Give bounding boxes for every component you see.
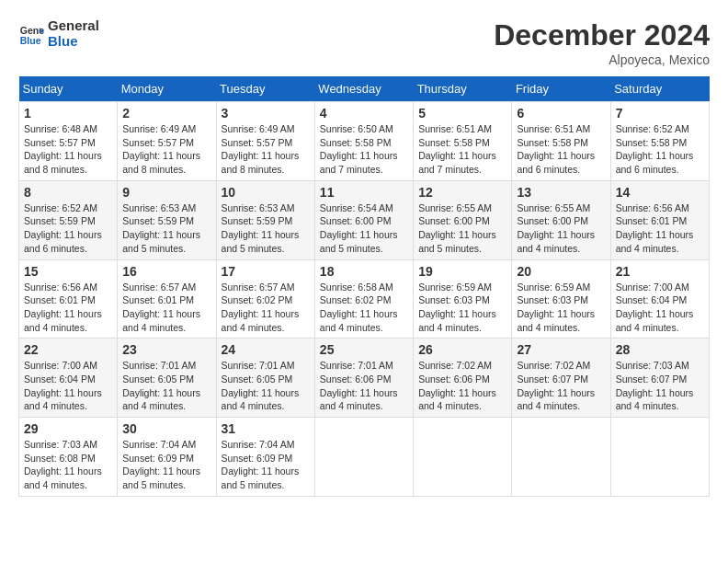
calendar-cell: 4 Sunrise: 6:50 AM Sunset: 5:58 PM Dayli… bbox=[314, 102, 413, 181]
day-number: 15 bbox=[24, 264, 112, 279]
logo: General Blue General Blue bbox=[18, 18, 99, 49]
day-number: 16 bbox=[122, 264, 210, 279]
calendar-cell bbox=[314, 418, 413, 497]
logo-blue: Blue bbox=[48, 33, 78, 49]
day-info: Sunrise: 6:57 AM Sunset: 6:01 PM Dayligh… bbox=[122, 281, 210, 335]
day-number: 11 bbox=[320, 185, 408, 200]
page-header: General Blue General Blue December 2024 … bbox=[18, 18, 710, 67]
calendar-cell: 11 Sunrise: 6:54 AM Sunset: 6:00 PM Dayl… bbox=[314, 180, 413, 259]
day-number: 3 bbox=[222, 106, 310, 121]
location: Alpoyeca, Mexico bbox=[494, 52, 710, 67]
calendar-cell: 22 Sunrise: 7:00 AM Sunset: 6:04 PM Dayl… bbox=[19, 339, 118, 418]
day-number: 18 bbox=[320, 264, 408, 279]
calendar-table: SundayMondayTuesdayWednesdayThursdayFrid… bbox=[18, 76, 710, 497]
calendar-cell: 20 Sunrise: 6:59 AM Sunset: 6:03 PM Dayl… bbox=[512, 259, 610, 339]
day-info: Sunrise: 7:00 AM Sunset: 6:04 PM Dayligh… bbox=[24, 359, 112, 413]
calendar-cell: 29 Sunrise: 7:03 AM Sunset: 6:08 PM Dayl… bbox=[19, 418, 118, 497]
calendar-cell: 31 Sunrise: 7:04 AM Sunset: 6:09 PM Dayl… bbox=[216, 418, 314, 497]
calendar-cell: 28 Sunrise: 7:03 AM Sunset: 6:07 PM Dayl… bbox=[610, 339, 709, 418]
calendar-cell: 10 Sunrise: 6:53 AM Sunset: 5:59 PM Dayl… bbox=[216, 180, 314, 259]
day-number: 2 bbox=[122, 106, 210, 121]
calendar-cell: 24 Sunrise: 7:01 AM Sunset: 6:05 PM Dayl… bbox=[216, 339, 314, 418]
day-info: Sunrise: 6:52 AM Sunset: 5:59 PM Dayligh… bbox=[24, 201, 112, 256]
calendar-cell: 16 Sunrise: 6:57 AM Sunset: 6:01 PM Dayl… bbox=[118, 259, 216, 339]
day-info: Sunrise: 6:53 AM Sunset: 5:59 PM Dayligh… bbox=[122, 201, 210, 256]
day-info: Sunrise: 7:02 AM Sunset: 6:07 PM Dayligh… bbox=[517, 359, 605, 413]
day-number: 30 bbox=[122, 421, 210, 436]
title-block: December 2024 Alpoyeca, Mexico bbox=[494, 18, 710, 67]
day-header-monday: Monday bbox=[118, 76, 216, 102]
calendar-header-row: SundayMondayTuesdayWednesdayThursdayFrid… bbox=[19, 76, 710, 102]
logo-icon: General Blue bbox=[18, 21, 44, 47]
day-number: 24 bbox=[222, 342, 310, 357]
day-number: 17 bbox=[222, 264, 310, 279]
calendar-cell: 8 Sunrise: 6:52 AM Sunset: 5:59 PM Dayli… bbox=[19, 180, 118, 259]
calendar-cell: 27 Sunrise: 7:02 AM Sunset: 6:07 PM Dayl… bbox=[512, 339, 610, 418]
calendar-cell bbox=[414, 418, 512, 497]
day-number: 20 bbox=[517, 264, 605, 279]
calendar-cell: 21 Sunrise: 7:00 AM Sunset: 6:04 PM Dayl… bbox=[610, 259, 709, 339]
calendar-cell: 30 Sunrise: 7:04 AM Sunset: 6:09 PM Dayl… bbox=[118, 418, 216, 497]
calendar-cell: 14 Sunrise: 6:56 AM Sunset: 6:01 PM Dayl… bbox=[610, 180, 709, 259]
day-info: Sunrise: 6:51 AM Sunset: 5:58 PM Dayligh… bbox=[418, 122, 506, 177]
day-number: 25 bbox=[320, 342, 408, 357]
day-info: Sunrise: 7:01 AM Sunset: 6:05 PM Dayligh… bbox=[222, 359, 310, 413]
day-info: Sunrise: 7:03 AM Sunset: 6:08 PM Dayligh… bbox=[24, 438, 112, 492]
day-number: 8 bbox=[24, 185, 112, 200]
day-info: Sunrise: 7:01 AM Sunset: 6:05 PM Dayligh… bbox=[122, 359, 210, 413]
calendar-cell: 26 Sunrise: 7:02 AM Sunset: 6:06 PM Dayl… bbox=[414, 339, 512, 418]
day-number: 7 bbox=[616, 106, 704, 121]
day-number: 4 bbox=[320, 106, 408, 121]
day-header-sunday: Sunday bbox=[19, 76, 118, 102]
svg-text:Blue: Blue bbox=[20, 34, 41, 45]
calendar-cell: 19 Sunrise: 6:59 AM Sunset: 6:03 PM Dayl… bbox=[414, 259, 512, 339]
day-info: Sunrise: 6:57 AM Sunset: 6:02 PM Dayligh… bbox=[222, 281, 310, 335]
day-info: Sunrise: 6:51 AM Sunset: 5:58 PM Dayligh… bbox=[517, 122, 605, 177]
day-number: 5 bbox=[418, 106, 506, 121]
month-title: December 2024 bbox=[494, 18, 710, 52]
day-info: Sunrise: 7:01 AM Sunset: 6:06 PM Dayligh… bbox=[320, 359, 408, 413]
calendar-cell: 5 Sunrise: 6:51 AM Sunset: 5:58 PM Dayli… bbox=[414, 102, 512, 181]
day-info: Sunrise: 7:04 AM Sunset: 6:09 PM Dayligh… bbox=[222, 438, 310, 492]
day-number: 1 bbox=[24, 106, 112, 121]
day-number: 22 bbox=[24, 342, 112, 357]
calendar-cell: 1 Sunrise: 6:48 AM Sunset: 5:57 PM Dayli… bbox=[19, 102, 118, 181]
day-info: Sunrise: 6:49 AM Sunset: 5:57 PM Dayligh… bbox=[122, 122, 210, 177]
calendar-cell: 3 Sunrise: 6:49 AM Sunset: 5:57 PM Dayli… bbox=[216, 102, 314, 181]
calendar-cell: 25 Sunrise: 7:01 AM Sunset: 6:06 PM Dayl… bbox=[314, 339, 413, 418]
calendar-cell: 15 Sunrise: 6:56 AM Sunset: 6:01 PM Dayl… bbox=[19, 259, 118, 339]
day-info: Sunrise: 6:52 AM Sunset: 5:58 PM Dayligh… bbox=[616, 122, 704, 177]
day-info: Sunrise: 7:04 AM Sunset: 6:09 PM Dayligh… bbox=[122, 438, 210, 492]
day-number: 27 bbox=[517, 342, 605, 357]
day-header-wednesday: Wednesday bbox=[314, 76, 413, 102]
day-info: Sunrise: 6:55 AM Sunset: 6:00 PM Dayligh… bbox=[418, 201, 506, 256]
day-info: Sunrise: 6:59 AM Sunset: 6:03 PM Dayligh… bbox=[517, 281, 605, 335]
day-number: 19 bbox=[418, 264, 506, 279]
day-info: Sunrise: 6:50 AM Sunset: 5:58 PM Dayligh… bbox=[320, 122, 408, 177]
calendar-cell: 13 Sunrise: 6:55 AM Sunset: 6:00 PM Dayl… bbox=[512, 180, 610, 259]
day-info: Sunrise: 6:48 AM Sunset: 5:57 PM Dayligh… bbox=[24, 122, 112, 177]
day-number: 6 bbox=[517, 106, 605, 121]
day-header-tuesday: Tuesday bbox=[216, 76, 314, 102]
day-info: Sunrise: 6:54 AM Sunset: 6:00 PM Dayligh… bbox=[320, 201, 408, 256]
day-info: Sunrise: 6:59 AM Sunset: 6:03 PM Dayligh… bbox=[418, 281, 506, 335]
logo-general: General bbox=[48, 17, 99, 33]
day-number: 26 bbox=[418, 342, 506, 357]
calendar-cell: 2 Sunrise: 6:49 AM Sunset: 5:57 PM Dayli… bbox=[118, 102, 216, 181]
day-header-friday: Friday bbox=[512, 76, 610, 102]
calendar-cell: 12 Sunrise: 6:55 AM Sunset: 6:00 PM Dayl… bbox=[414, 180, 512, 259]
day-number: 29 bbox=[24, 421, 112, 436]
day-info: Sunrise: 7:03 AM Sunset: 6:07 PM Dayligh… bbox=[616, 359, 704, 413]
day-info: Sunrise: 7:00 AM Sunset: 6:04 PM Dayligh… bbox=[616, 281, 704, 335]
calendar-week-row: 22 Sunrise: 7:00 AM Sunset: 6:04 PM Dayl… bbox=[19, 339, 710, 418]
day-number: 23 bbox=[122, 342, 210, 357]
day-number: 10 bbox=[222, 185, 310, 200]
day-number: 14 bbox=[616, 185, 704, 200]
day-info: Sunrise: 6:56 AM Sunset: 6:01 PM Dayligh… bbox=[24, 281, 112, 335]
calendar-cell: 7 Sunrise: 6:52 AM Sunset: 5:58 PM Dayli… bbox=[610, 102, 709, 181]
day-number: 12 bbox=[418, 185, 506, 200]
calendar-cell: 18 Sunrise: 6:58 AM Sunset: 6:02 PM Dayl… bbox=[314, 259, 413, 339]
day-number: 9 bbox=[122, 185, 210, 200]
day-info: Sunrise: 6:55 AM Sunset: 6:00 PM Dayligh… bbox=[517, 201, 605, 256]
day-info: Sunrise: 7:02 AM Sunset: 6:06 PM Dayligh… bbox=[418, 359, 506, 413]
